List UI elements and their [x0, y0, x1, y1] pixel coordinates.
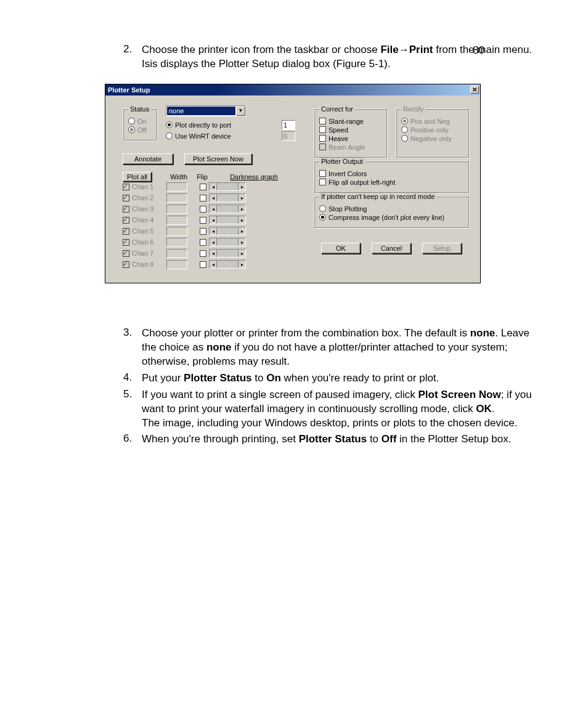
keep-up-group: If plotter can't keep up in record mode … — [314, 193, 469, 228]
compress-label: Compress image (don't plot every line) — [329, 214, 444, 221]
keepup-legend: If plotter can't keep up in record mode — [319, 193, 436, 200]
width-input[interactable] — [166, 227, 187, 236]
darkness-slider[interactable]: ◂▸ — [209, 205, 246, 213]
plotter-output-group: Plotter Output Invert Colors Flip all ou… — [314, 158, 469, 193]
correct-for-group: Correct for Slant-range Speed Heave Beam… — [314, 105, 387, 158]
dialog-titlebar[interactable]: Plotter Setup ✕ — [105, 84, 480, 95]
pos-neg-radio — [401, 118, 408, 124]
chan-check[interactable] — [123, 206, 129, 213]
flip-check[interactable] — [200, 195, 206, 201]
status-on-label: On — [137, 118, 147, 125]
flip-check[interactable] — [200, 250, 206, 257]
use-winrt-label: Use WinRT device — [175, 132, 231, 140]
flip-output-label: Flip all output left-right — [329, 179, 395, 186]
graph-header: graph — [261, 173, 278, 181]
width-input[interactable] — [166, 249, 187, 258]
page-number: 80 — [473, 44, 484, 57]
list-number: 5. — [123, 388, 142, 431]
channel-row: Chan 8◂▸ — [123, 260, 295, 269]
step-4-text: Put your Plotter Status to On when you'r… — [142, 371, 533, 386]
combo-value: none — [167, 107, 235, 115]
chan-check[interactable] — [123, 239, 129, 246]
flip-check[interactable] — [200, 228, 206, 235]
list-number: 4. — [123, 371, 142, 386]
heave-label: Heave — [329, 135, 348, 142]
setup-button[interactable]: Setup — [422, 243, 462, 254]
darkness-slider[interactable]: ◂▸ — [209, 260, 246, 269]
width-input[interactable] — [166, 216, 187, 225]
plot-direct-radio[interactable] — [166, 121, 173, 128]
channel-row: Chan 6◂▸ — [123, 238, 295, 247]
status-off-label: Off — [137, 126, 146, 134]
step-5-text: If you want to print a single screen of … — [142, 388, 533, 431]
slant-check[interactable] — [319, 118, 326, 124]
width-input[interactable] — [166, 260, 187, 269]
correct-legend: Correct for — [319, 105, 355, 113]
status-on-radio[interactable] — [128, 118, 135, 124]
darkness-slider[interactable]: ◂▸ — [209, 216, 246, 224]
plotter-combo[interactable]: none ▼ — [166, 105, 246, 116]
chan-label: Chan 2 — [132, 194, 164, 201]
darkness-slider[interactable]: ◂▸ — [209, 249, 246, 258]
stop-plot-label: Stop Plotting — [329, 205, 367, 213]
darkness-slider[interactable]: ◂▸ — [209, 182, 246, 191]
channel-row: Chan 3◂▸ — [123, 205, 295, 214]
ok-button[interactable]: OK — [321, 243, 361, 254]
status-off-radio[interactable] — [128, 126, 135, 133]
invert-label: Invert Colors — [329, 170, 367, 177]
flip-check[interactable] — [200, 261, 206, 268]
plot-screen-now-button[interactable]: Plot Screen Now — [184, 153, 252, 164]
heave-check[interactable] — [319, 135, 326, 142]
flip-check[interactable] — [200, 217, 206, 224]
rectify-legend: Rectify — [401, 105, 426, 113]
plot-all-button[interactable]: Plot all — [123, 172, 152, 182]
neg-only-radio — [401, 135, 408, 142]
compress-radio[interactable] — [319, 214, 326, 221]
list-number: 6. — [123, 432, 142, 447]
darkness-slider[interactable]: ◂▸ — [209, 193, 246, 202]
speed-check[interactable] — [319, 126, 326, 133]
chan-check[interactable] — [123, 250, 129, 257]
stop-plot-radio[interactable] — [319, 205, 326, 212]
chan-label: Chan 5 — [132, 227, 164, 235]
flip-output-check[interactable] — [319, 179, 326, 185]
output-legend: Plotter Output — [319, 158, 365, 165]
channel-row: Chan 1◂▸ — [123, 182, 295, 192]
dialog-title: Plotter Setup — [108, 86, 150, 94]
port-input[interactable] — [282, 120, 295, 130]
channel-row: Chan 7◂▸ — [123, 249, 295, 258]
flip-check[interactable] — [200, 184, 206, 190]
cancel-button[interactable]: Cancel — [372, 243, 411, 254]
invert-check[interactable] — [319, 170, 326, 177]
close-icon[interactable]: ✕ — [470, 86, 479, 94]
darkness-slider[interactable]: ◂▸ — [209, 227, 246, 235]
channel-row: Chan 4◂▸ — [123, 216, 295, 225]
chan-check[interactable] — [123, 195, 129, 201]
channel-row: Chan 5◂▸ — [123, 227, 295, 236]
flip-check[interactable] — [200, 239, 206, 246]
width-input[interactable] — [166, 238, 187, 247]
beam-label: Beam Angle — [329, 144, 365, 151]
status-legend: Status — [128, 105, 151, 113]
width-input[interactable] — [166, 193, 187, 203]
chan-check[interactable] — [123, 184, 129, 190]
darkness-slider[interactable]: ◂▸ — [209, 238, 246, 246]
chan-label: Chan 4 — [132, 216, 164, 224]
flip-check[interactable] — [200, 206, 206, 213]
plot-direct-label: Plot directly to port — [175, 121, 231, 129]
document-page: 80 2. Choose the printer icon from the t… — [0, 0, 588, 474]
pos-only-label: Positive only — [410, 126, 449, 134]
list-number: 3. — [123, 327, 142, 369]
chan-label: Chan 7 — [132, 249, 164, 257]
slant-label: Slant-range — [329, 118, 364, 125]
chan-check[interactable] — [123, 261, 129, 268]
use-winrt-radio[interactable] — [166, 132, 173, 139]
width-input[interactable] — [166, 205, 187, 214]
chan-check[interactable] — [123, 228, 129, 235]
annotate-button[interactable]: Annotate — [123, 153, 173, 164]
pos-neg-label: Pos and Neg — [410, 118, 450, 125]
chevron-down-icon[interactable]: ▼ — [236, 106, 245, 116]
step-6-text: When you're through printing, set Plotte… — [142, 432, 533, 447]
chan-check[interactable] — [123, 217, 129, 224]
width-input[interactable] — [166, 182, 187, 192]
